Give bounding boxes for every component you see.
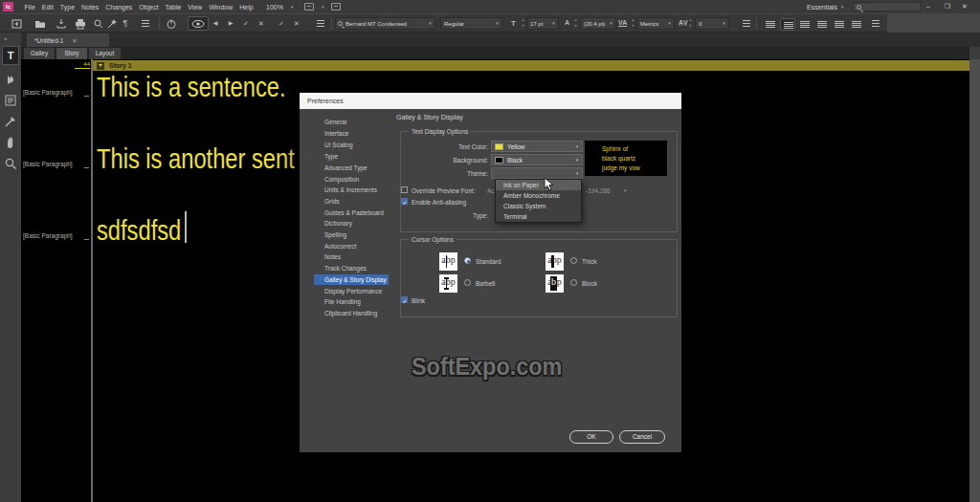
menu-lines-icon[interactable] <box>317 20 324 28</box>
ok-button[interactable]: OK <box>569 430 613 444</box>
option-amber-monochrome[interactable]: Amber Monochrome <box>496 190 581 201</box>
previous-change-icon[interactable]: ◀ <box>209 17 222 30</box>
next-change-icon[interactable]: ▶ <box>224 17 237 30</box>
accept-all-changes-icon[interactable]: ✓ <box>275 17 288 30</box>
override-preview-font-checkbox[interactable] <box>401 186 408 193</box>
menu-lines-icon[interactable] <box>872 20 880 28</box>
reject-all-changes-icon[interactable]: ✕ <box>290 17 303 30</box>
nav-guides-pasteboard[interactable]: Guides & Pasteboard <box>314 207 395 218</box>
story-line[interactable]: This is a sentence. <box>97 71 286 103</box>
tab-layout[interactable]: Layout <box>89 48 121 59</box>
nav-clipboard-handling[interactable]: Clipboard Handling <box>314 308 395 318</box>
align-right-button[interactable] <box>797 18 813 31</box>
nav-file-handling[interactable]: File Handling <box>314 296 395 307</box>
close-button[interactable]: ✕ <box>957 0 972 13</box>
nav-ui-scaling[interactable]: UI Scaling <box>314 140 395 150</box>
search-input[interactable] <box>853 2 922 11</box>
reject-change-icon[interactable]: ✕ <box>255 17 268 30</box>
screen-mode-icon[interactable] <box>304 3 314 11</box>
kerning-stepper[interactable]: ▲▼ <box>631 18 635 29</box>
nav-advanced-type[interactable]: Advanced Type <box>314 163 395 173</box>
story-line[interactable]: This is another sent <box>97 142 295 175</box>
collapse-story-icon[interactable] <box>97 62 104 70</box>
menu-notes[interactable]: Notes <box>78 4 102 11</box>
zoom-tool[interactable] <box>4 157 17 170</box>
tracking-field[interactable]: 0▼ <box>695 17 729 30</box>
menu-lines-icon[interactable] <box>142 20 149 28</box>
arrange-documents-icon[interactable] <box>331 3 341 11</box>
font-style-select[interactable]: Regular▼ <box>440 17 502 30</box>
collapse-panel-icon[interactable]: » <box>4 35 7 41</box>
workspace-switcher[interactable]: Essentials ▼ <box>807 0 844 13</box>
nav-autocorrect[interactable]: Autocorrect <box>314 241 395 251</box>
font-size-stepper[interactable]: ▲▼ <box>521 18 525 29</box>
menu-window[interactable]: Window <box>206 4 236 11</box>
enable-antialiasing-checkbox[interactable] <box>401 198 408 205</box>
leading-stepper[interactable]: ▲▼ <box>573 18 578 29</box>
menu-file[interactable]: File <box>21 4 38 11</box>
zoom-level-dropdown[interactable]: 100% <box>266 4 283 11</box>
tracking-stepper[interactable]: ▲▼ <box>688 18 693 29</box>
nav-spelling[interactable]: Spelling <box>314 229 395 240</box>
pilcrow-toggle-icon[interactable]: ¶ <box>119 17 132 30</box>
print-icon[interactable] <box>75 18 86 30</box>
nav-interface[interactable]: Interface <box>314 128 395 139</box>
justify-left-button[interactable] <box>814 18 830 31</box>
text-color-select[interactable]: Yellow ▼ <box>491 141 583 152</box>
nav-type[interactable]: Type <box>314 151 395 162</box>
new-document-icon[interactable] <box>11 18 23 30</box>
tab-story[interactable]: Story <box>56 48 87 59</box>
nav-units-increments[interactable]: Units & Increments <box>314 185 395 195</box>
hand-tool[interactable] <box>4 136 17 149</box>
nav-display-performance[interactable]: Display Performance <box>314 286 395 296</box>
eyedropper-tool[interactable] <box>4 115 17 128</box>
background-select[interactable]: Black ▼ <box>491 154 583 165</box>
align-left-button[interactable] <box>763 18 778 31</box>
note-tool[interactable] <box>4 94 17 107</box>
power-icon[interactable] <box>166 18 177 30</box>
font-size-field[interactable]: 17 pt▼ <box>526 17 559 30</box>
menu-view[interactable]: View <box>185 4 206 11</box>
document-tab[interactable]: *Untitled-1 ✕ <box>27 33 109 47</box>
spellcheck-icon[interactable] <box>106 18 118 30</box>
barbell-cursor-radio[interactable] <box>464 279 471 286</box>
story-line[interactable]: sdfsdfsd <box>97 214 181 247</box>
standard-cursor-radio[interactable] <box>464 257 471 264</box>
nav-general[interactable]: General <box>314 117 395 127</box>
find-icon[interactable] <box>93 18 104 30</box>
open-folder-icon[interactable] <box>34 18 46 30</box>
nav-composition[interactable]: Composition <box>314 174 395 185</box>
nav-notes[interactable]: Notes <box>314 251 395 262</box>
story-collapse-bar[interactable]: Story 1 <box>93 60 969 71</box>
minimize-button[interactable]: – <box>921 0 936 13</box>
position-tool[interactable] <box>4 73 17 86</box>
option-terminal[interactable]: Terminal <box>496 211 581 222</box>
type-tool[interactable]: T <box>2 46 19 65</box>
block-cursor-radio[interactable] <box>570 279 577 286</box>
close-tab-icon[interactable]: ✕ <box>72 37 77 44</box>
justify-all-button[interactable] <box>849 18 864 31</box>
theme-select[interactable]: ▼ <box>491 167 583 179</box>
justify-center-button[interactable] <box>832 18 847 31</box>
accept-change-icon[interactable]: ✓ <box>239 17 253 30</box>
option-classic-system[interactable]: Classic System <box>496 201 581 211</box>
nav-grids[interactable]: Grids <box>314 196 395 207</box>
menu-table[interactable]: Table <box>162 4 185 11</box>
tab-galley[interactable]: Galley <box>24 48 55 59</box>
align-center-button[interactable] <box>780 18 795 31</box>
menu-edit[interactable]: Edit <box>38 4 56 11</box>
save-icon[interactable] <box>56 18 67 30</box>
leading-field[interactable]: (20.4 pt)▼ <box>580 17 616 30</box>
dialog-title-bar[interactable]: Preferences <box>300 93 681 109</box>
menu-help[interactable]: Help <box>236 4 256 11</box>
restore-button[interactable]: ❐ <box>940 0 955 13</box>
nav-track-changes[interactable]: Track Changes <box>314 263 395 273</box>
cancel-button[interactable]: Cancel <box>619 430 665 444</box>
blink-checkbox[interactable] <box>401 296 408 303</box>
kerning-field[interactable]: Metrics▼ <box>636 17 675 30</box>
menu-object[interactable]: Object <box>136 4 162 11</box>
font-family-select[interactable]: Bernard MT Condensed▼ <box>335 17 435 30</box>
track-changes-highlight-button[interactable] <box>188 16 209 31</box>
menu-lines-icon[interactable] <box>743 20 750 28</box>
nav-galley-story-display[interactable]: Galley & Story Display <box>314 274 389 285</box>
